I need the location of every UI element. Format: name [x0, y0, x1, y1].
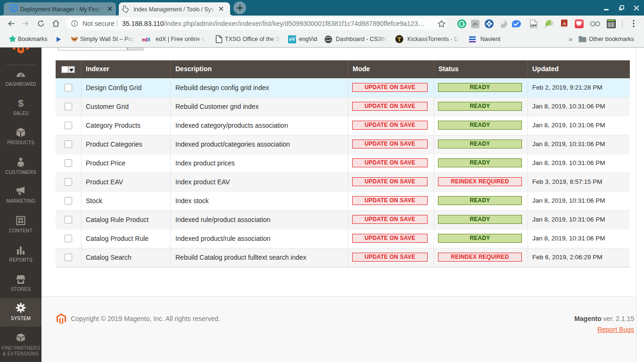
- svg-text:OFF: OFF: [531, 24, 537, 27]
- svg-text:A: A: [563, 21, 566, 26]
- svg-text:$: $: [18, 98, 24, 108]
